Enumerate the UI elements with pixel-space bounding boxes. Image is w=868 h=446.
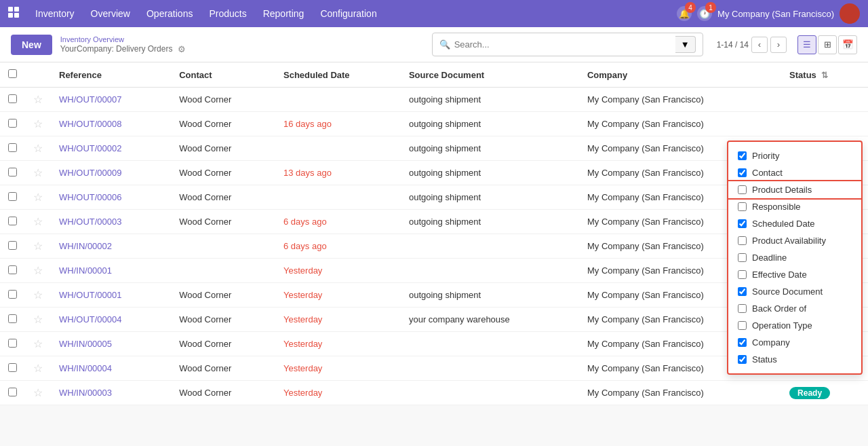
filter-checkbox[interactable] (738, 270, 747, 279)
row-star-cell[interactable]: ☆ (25, 88, 51, 112)
row-checkbox-cell[interactable] (0, 259, 25, 283)
filter-item[interactable]: Back Order of (728, 300, 861, 317)
filter-checkbox[interactable] (738, 253, 747, 262)
row-star-cell[interactable]: ☆ (25, 356, 51, 381)
filter-item[interactable]: Status (728, 351, 861, 368)
filter-item[interactable]: Product Details (727, 180, 863, 200)
filter-checkbox[interactable] (738, 304, 747, 313)
filter-item[interactable]: Deadline (728, 249, 861, 266)
row-checkbox[interactable] (8, 94, 17, 103)
filter-item[interactable]: Company (728, 334, 861, 351)
table-row[interactable]: ☆ WH/OUT/00007 Wood Corner outgoing ship… (0, 88, 868, 112)
activity-clock[interactable]: 🕐 1 (697, 6, 712, 21)
row-checkbox[interactable] (8, 363, 17, 372)
row-star-cell[interactable]: ☆ (25, 332, 51, 356)
row-star-cell[interactable]: ☆ (25, 283, 51, 308)
row-checkbox[interactable] (8, 388, 17, 396)
kanban-view-button[interactable]: ⊞ (818, 35, 837, 54)
row-checkbox[interactable] (8, 265, 17, 274)
header-status[interactable]: Status ⇅ (781, 62, 868, 88)
star-icon[interactable]: ☆ (33, 338, 43, 350)
filter-item[interactable]: Product Availability (728, 232, 861, 249)
row-checkbox-cell[interactable] (0, 332, 25, 356)
star-icon[interactable]: ☆ (33, 216, 43, 227)
star-icon[interactable]: ☆ (33, 265, 43, 276)
search-bar[interactable]: 🔍 ▼ (432, 33, 703, 56)
row-checkbox[interactable] (8, 339, 17, 348)
row-checkbox[interactable] (8, 217, 17, 225)
star-icon[interactable]: ☆ (33, 289, 43, 301)
row-checkbox[interactable] (8, 119, 17, 128)
calendar-view-button[interactable]: 📅 (838, 35, 857, 54)
nav-products[interactable]: Products (202, 4, 253, 23)
row-checkbox[interactable] (8, 241, 17, 250)
row-star-cell[interactable]: ☆ (25, 161, 51, 185)
row-checkbox-cell[interactable] (0, 356, 25, 381)
row-checkbox-cell[interactable] (0, 136, 25, 161)
filter-checkbox[interactable] (738, 219, 747, 228)
filter-item[interactable]: Operation Type (728, 317, 861, 334)
star-icon[interactable]: ☆ (33, 240, 43, 252)
column-options-icon[interactable]: ⇅ (821, 71, 828, 80)
filter-checkbox[interactable] (738, 202, 747, 211)
row-checkbox[interactable] (8, 143, 17, 152)
filter-checkbox[interactable] (738, 168, 747, 177)
row-checkbox-cell[interactable] (0, 283, 25, 308)
row-star-cell[interactable]: ☆ (25, 185, 51, 210)
row-star-cell[interactable]: ☆ (25, 381, 51, 405)
nav-operations[interactable]: Operations (140, 4, 199, 23)
list-view-button[interactable]: ☰ (797, 35, 816, 54)
star-icon[interactable]: ☆ (33, 94, 43, 105)
star-icon[interactable]: ☆ (33, 363, 43, 374)
settings-gear-icon[interactable]: ⚙ (178, 44, 186, 54)
filter-checkbox[interactable] (738, 338, 747, 347)
row-checkbox-cell[interactable] (0, 185, 25, 210)
row-star-cell[interactable]: ☆ (25, 308, 51, 332)
row-checkbox-cell[interactable] (0, 308, 25, 332)
row-checkbox-cell[interactable] (0, 88, 25, 112)
row-checkbox-cell[interactable] (0, 381, 25, 405)
filter-item[interactable]: Effective Date (728, 266, 861, 283)
pagination-next[interactable]: › (770, 37, 787, 53)
star-icon[interactable]: ☆ (33, 118, 43, 130)
header-contact[interactable]: Contact (171, 62, 275, 88)
filter-item[interactable]: Source Document (728, 283, 861, 300)
breadcrumb-parent[interactable]: Inventory Overview (60, 35, 186, 43)
row-checkbox-cell[interactable] (0, 234, 25, 259)
filter-item[interactable]: Priority (728, 147, 861, 164)
row-checkbox[interactable] (8, 192, 17, 201)
header-scheduled-date[interactable]: Scheduled Date (275, 62, 401, 88)
header-source-document[interactable]: Source Document (401, 62, 579, 88)
row-star-cell[interactable]: ☆ (25, 234, 51, 259)
nav-overview[interactable]: Overview (84, 4, 137, 23)
table-row[interactable]: ☆ WH/IN/00003 Wood Corner Yesterday My C… (0, 381, 868, 405)
filter-item[interactable]: Contact (728, 164, 861, 181)
star-icon[interactable]: ☆ (33, 387, 43, 398)
select-all-checkbox[interactable] (8, 69, 17, 78)
filter-item[interactable]: Scheduled Date (728, 215, 861, 232)
header-reference[interactable]: Reference (51, 62, 171, 88)
star-icon[interactable]: ☆ (33, 167, 43, 179)
header-checkbox-col[interactable] (0, 62, 25, 88)
row-checkbox[interactable] (8, 314, 17, 323)
nav-reporting[interactable]: Reporting (256, 4, 311, 23)
row-checkbox-cell[interactable] (0, 112, 25, 136)
row-star-cell[interactable]: ☆ (25, 259, 51, 283)
table-row[interactable]: ☆ WH/OUT/00008 Wood Corner 16 days ago o… (0, 112, 868, 136)
star-icon[interactable]: ☆ (33, 314, 43, 325)
search-input[interactable] (454, 39, 675, 50)
star-icon[interactable]: ☆ (33, 143, 43, 154)
filter-checkbox[interactable] (738, 321, 747, 330)
row-star-cell[interactable]: ☆ (25, 112, 51, 136)
filter-checkbox[interactable] (738, 185, 747, 194)
filter-checkbox[interactable] (738, 355, 747, 364)
nav-configuration[interactable]: Configuration (313, 4, 383, 23)
row-checkbox[interactable] (8, 290, 17, 299)
header-company[interactable]: Company (579, 62, 781, 88)
filter-checkbox[interactable] (738, 287, 747, 296)
company-label[interactable]: My Company (San Francisco) (717, 9, 834, 19)
row-checkbox-cell[interactable] (0, 161, 25, 185)
row-star-cell[interactable]: ☆ (25, 210, 51, 234)
new-button[interactable]: New (11, 35, 52, 55)
user-avatar[interactable] (840, 3, 860, 24)
